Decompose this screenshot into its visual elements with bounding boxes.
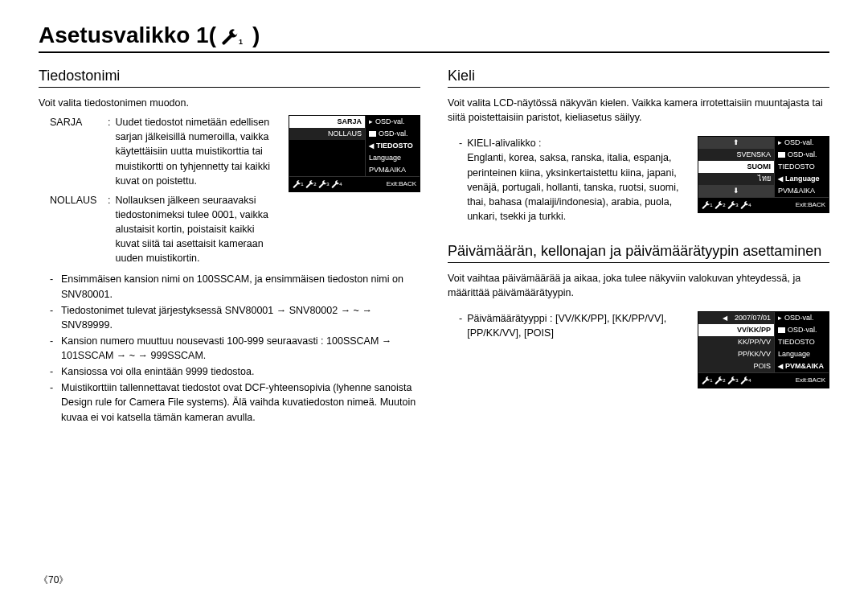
lcd-option: SUOMI (698, 161, 774, 173)
sub-text: Englanti, korea, saksa, ranska, italia, … (467, 152, 678, 222)
caret-left-icon: ◀ (778, 173, 783, 185)
section-body-language: Voit valita LCD-näytössä näkyvän kielen.… (448, 96, 829, 224)
lcd-option: VV/KK/PP (698, 324, 774, 336)
wrench-icon (221, 27, 239, 44)
lcd-tool-icons: 1 2 3 4 (293, 179, 342, 190)
definition-text: Uudet tiedostot nimetään edellisen sarja… (115, 115, 280, 188)
title-suffix: ) (252, 23, 260, 48)
section-heading-filename: Tiedostonimi (39, 68, 420, 88)
columns: Tiedostonimi Voit valita tiedostonimen m… (39, 63, 829, 426)
lcd-exit-label: Exit:BACK (796, 200, 825, 210)
left-column: Tiedostonimi Voit valita tiedostonimen m… (39, 63, 420, 426)
lcd-option: ◀ 2007/07/01 (698, 312, 774, 324)
lcd-label: TIEDOSTO (775, 336, 829, 348)
definition-key: SARJA (50, 117, 82, 128)
right-column: Kieli Voit valita LCD-näytössä näkyvän k… (448, 63, 829, 426)
page-title: Asetusvalikko 1( 1 ) (39, 23, 829, 53)
intro-text: Voit valita LCD-näytössä näkyvän kielen.… (448, 96, 829, 125)
title-prefix: Asetusvalikko 1( (39, 23, 216, 48)
caret-left-icon: ◀ (723, 312, 727, 324)
definition-row: SARJA : Uudet tiedostot nimetään edellis… (50, 115, 280, 188)
definition-sep: : (108, 193, 110, 266)
lcd-label: ▸OSD-val. (366, 116, 420, 128)
caret-left-icon: ◀ (778, 360, 783, 372)
lcd-label: ◀PVM&AIKA (775, 360, 829, 372)
definition-key: NOLLAUS (50, 195, 96, 206)
camera-icon: ▸ (369, 116, 373, 128)
lcd-label: ◀TIEDOSTO (366, 140, 420, 152)
lcd-arrow-up: ⬆ (698, 137, 774, 149)
lcd-option: NOLLAUS (289, 128, 365, 140)
definition-row: NOLLAUS : Nollauksen jälkeen seuraavaksi… (50, 193, 280, 266)
lcd-option: PP/KK/VV (698, 348, 774, 360)
lcd-exit-label: Exit:BACK (796, 376, 825, 385)
wrench-icon: 2 (305, 179, 317, 190)
wrench-icon: 4 (331, 179, 342, 190)
wrench-subscript: 1 (239, 38, 243, 46)
lcd-preview-datetype: ◀ 2007/07/01 VV/KK/PP KK/PP/VV PP/KK/VV … (698, 311, 829, 388)
lcd-preview-language: ⬆ SVENSKA SUOMI ไทย ⬇ ▸OSD-val. OSD-val.… (698, 136, 829, 213)
lcd-preview-file: SARJA NOLLAUS ▸OSD-val. OSD-val. ◀TIEDOS… (289, 115, 420, 192)
definition-text: Nollauksen jälkeen seuraavaksi tiedoston… (115, 193, 280, 266)
bullet-text: Ensimmäisen kansion nimi on 100SSCAM, ja… (61, 272, 420, 301)
lcd-label: OSD-val. (366, 128, 420, 140)
lcd-label: PVM&AIKA (366, 164, 420, 176)
section-body-datetime: Voit vaihtaa päivämäärää ja aikaa, joka … (448, 271, 829, 397)
lcd-tool-icons: 1 2 3 4 (702, 375, 751, 386)
camera-icon: ▸ (778, 137, 782, 149)
lcd-label: TIEDOSTO (775, 161, 829, 173)
play-icon (778, 152, 785, 158)
lcd-option: SARJA (289, 116, 365, 128)
page-number: 《70》 (39, 573, 68, 587)
lcd-label: Language (366, 152, 420, 164)
lcd-label: ▸OSD-val. (775, 312, 829, 324)
play-icon (778, 327, 785, 333)
lcd-option: SVENSKA (698, 149, 774, 161)
sub-label: KIELI-alivalikko : (467, 138, 541, 149)
wrench-icon: 3 (727, 199, 739, 211)
caret-left-icon: ◀ (369, 140, 374, 152)
lcd-option: ไทย (698, 173, 774, 185)
wrench-icon: 3 (318, 179, 330, 190)
lcd-label: PVM&AIKA (775, 185, 829, 197)
wrench-icon: 4 (740, 199, 751, 211)
wrench-icon: 3 (727, 375, 739, 386)
lcd-label: ▸OSD-val. (775, 137, 829, 149)
lcd-label: Language (775, 348, 829, 360)
lcd-arrow-down: ⬇ (698, 185, 774, 197)
wrench-icon: 1 (702, 375, 713, 386)
wrench-icon: 1 (702, 199, 713, 211)
bullet-text: Kansion numero muuttuu nousevasti 100-99… (61, 334, 420, 363)
wrench-icon: 1 (293, 179, 304, 190)
lcd-option: KK/PP/VV (698, 336, 774, 348)
bullet-text: Muistikorttiin tallennettavat tiedostot … (61, 380, 420, 424)
intro-text: Voit vaihtaa päivämäärää ja aikaa, joka … (448, 271, 829, 300)
lcd-label: OSD-val. (775, 149, 829, 161)
sub-label: Päivämäärätyyppi : (467, 313, 552, 324)
section-heading-language: Kieli (448, 68, 829, 88)
definition-sep: : (108, 115, 110, 188)
wrench-icon: 2 (714, 199, 726, 211)
section-body-filename: Voit valita tiedostonimen muodon. SARJA … (39, 96, 420, 425)
lcd-exit-label: Exit:BACK (387, 179, 416, 189)
page: Asetusvalikko 1( 1 ) Tiedostonimi Voit v… (0, 0, 868, 600)
lcd-label: OSD-val. (775, 324, 829, 336)
section-heading-datetime: Päivämäärän, kellonajan ja päivämäärätyy… (448, 243, 829, 263)
camera-icon: ▸ (778, 312, 782, 324)
wrench-icon: 2 (714, 375, 726, 386)
lcd-label: ◀Language (775, 173, 829, 185)
bullet-list: -Ensimmäisen kansion nimi on 100SSCAM, j… (39, 272, 420, 424)
wrench-icon: 4 (740, 375, 751, 386)
bullet-text: Tiedostonimet tulevat järjestyksessä SNV… (61, 303, 420, 332)
play-icon (369, 131, 376, 137)
bullet-text: Kansiossa voi olla enintään 9999 tiedost… (61, 364, 254, 379)
intro-text: Voit valita tiedostonimen muodon. (39, 96, 420, 110)
lcd-tool-icons: 1 2 3 4 (702, 199, 751, 211)
lcd-option: POIS (698, 360, 774, 372)
